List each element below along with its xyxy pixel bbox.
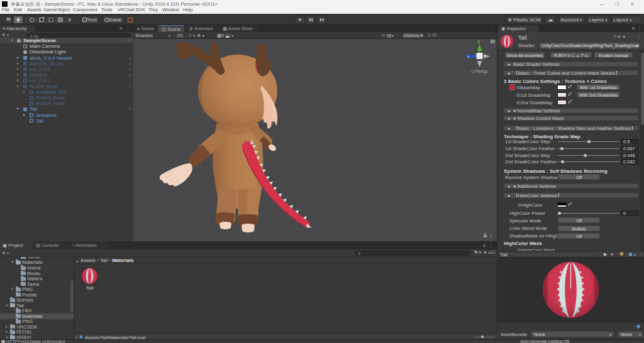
svg-text:z: z [467,55,469,58]
svg-text:◁ Persp: ◁ Persp [470,68,487,74]
